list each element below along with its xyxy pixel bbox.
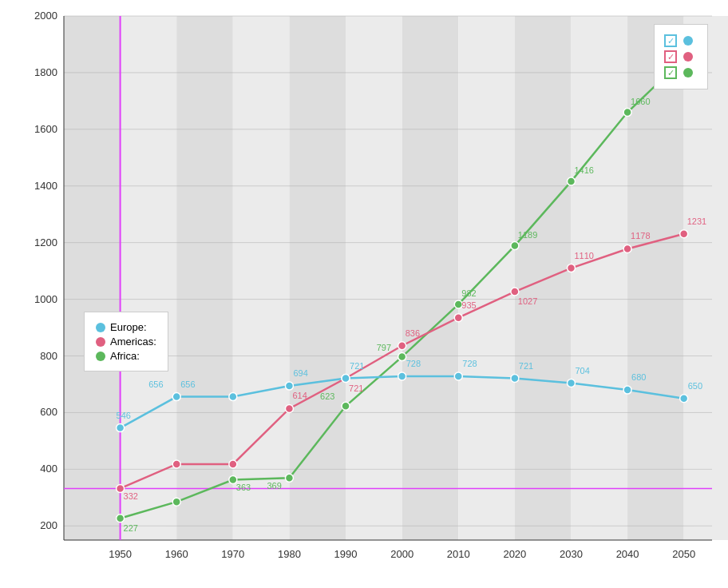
- tooltip-dot-americas: [96, 337, 105, 347]
- chart-container: ✓ ✓ ✓ Europe: Americas: Africa:: [0, 0, 728, 588]
- legend-item-africa[interactable]: ✓: [664, 66, 698, 79]
- legend-dot-americas: [683, 52, 693, 62]
- legend-item-americas[interactable]: ✓: [664, 50, 698, 63]
- legend-checkbox-europe[interactable]: ✓: [664, 34, 677, 47]
- legend-checkbox-americas[interactable]: ✓: [664, 50, 677, 63]
- legend-dot-europe: [683, 36, 693, 46]
- tooltip-dot-europe: [96, 323, 105, 332]
- legend-checkbox-africa[interactable]: ✓: [664, 66, 677, 79]
- tooltip-americas-label: Americas:: [110, 336, 156, 348]
- legend-dot-africa: [683, 68, 693, 77]
- tooltip-africa: Africa:: [96, 350, 156, 362]
- tooltip-africa-label: Africa:: [110, 350, 140, 362]
- legend-item-europe[interactable]: ✓: [664, 34, 698, 47]
- tooltip-box: Europe: Americas: Africa:: [84, 312, 168, 371]
- main-chart-canvas[interactable]: [0, 0, 728, 588]
- tooltip-americas: Americas:: [96, 336, 156, 348]
- tooltip-europe: Europe:: [96, 321, 156, 333]
- tooltip-dot-africa: [96, 352, 105, 361]
- legend-box: ✓ ✓ ✓: [654, 24, 708, 89]
- tooltip-europe-label: Europe:: [110, 321, 147, 333]
